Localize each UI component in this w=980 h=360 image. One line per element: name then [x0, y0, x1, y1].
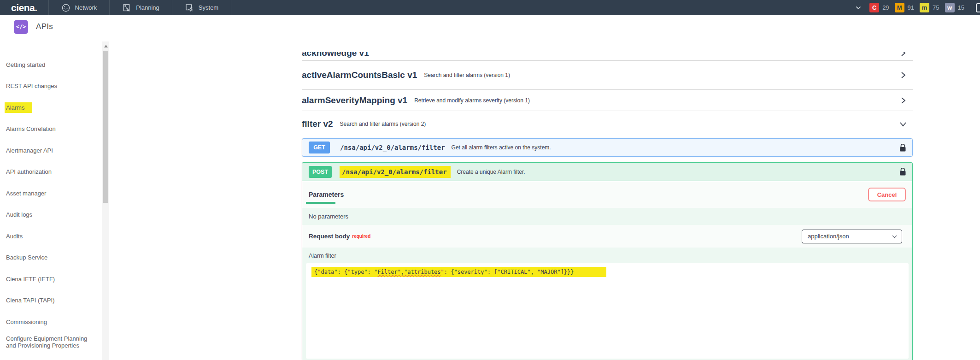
endpoint-post-header[interactable]: POST /nsa/api/v2_0/alarms/filter Create … [302, 163, 912, 181]
divider [231, 0, 231, 15]
json-text: {"data": {"type": " [314, 269, 377, 275]
nav-label: Network [75, 4, 97, 11]
section-description: Retrieve and modify alarms severity (ver… [414, 97, 530, 104]
sidebar-item-label: Ciena TAPI (TAPI) [6, 297, 54, 304]
topbar-right-cluster: C 29 M 91 m 75 w 15 [855, 0, 980, 15]
sidebar-item-label: Getting started [6, 61, 45, 68]
sidebar-item-ciena-ietf[interactable]: Ciena IETF (IETF) [0, 268, 109, 290]
sidebar-item-rest-api-changes[interactable]: REST API changes [0, 76, 109, 97]
major-alarms-badge[interactable]: M [895, 3, 904, 12]
section-title: alarmSeverityMapping v1 [302, 95, 407, 106]
system-gear-icon [185, 3, 194, 12]
request-body-json-highlighted: {"data": {"type": "Filter","attributes":… [311, 267, 606, 277]
chevron-right-icon [899, 96, 907, 105]
sidebar-item-audit-logs[interactable]: Audit logs [0, 204, 109, 226]
endpoint-get-alarms-filter[interactable]: GET /nsa/api/v2_0/alarms/filter Get all … [302, 138, 913, 157]
lock-icon[interactable] [900, 168, 906, 176]
sidebar-item-api-authorization[interactable]: API authorization [0, 161, 109, 183]
active-tab-indicator [306, 202, 335, 204]
sidebar-item-alarms[interactable]: Alarms [0, 97, 109, 118]
sidebar-item-label-highlighted: Alarms [5, 102, 32, 113]
sidebar-item-alertmanager-api[interactable]: Alertmanager API [0, 140, 109, 161]
section-description: Search and filter alarms (version 1) [424, 72, 510, 78]
method-badge-get: GET [309, 142, 330, 153]
sidebar-item-label: Ciena IETF (IETF) [6, 276, 55, 283]
endpoint-description: Get all alarm filters active on the syst… [452, 144, 551, 151]
endpoint-path: /nsa/api/v2_0/alarms/filter [340, 144, 445, 151]
main-body: Getting started REST API changes Alarms … [0, 38, 980, 360]
lock-icon[interactable] [900, 144, 906, 152]
chevron-down-icon [892, 233, 897, 238]
document-icon[interactable] [976, 3, 980, 12]
content-type-select[interactable]: application/json [802, 230, 902, 243]
section-active-alarm-counts-basic[interactable]: activeAlarmCountsBasic v1 Search and fil… [302, 60, 913, 90]
sidebar-item-label: API authorization [6, 168, 52, 175]
section-acknowledge-clipped[interactable]: acknowledge v1 [302, 52, 913, 60]
nav-label: Planning [136, 4, 159, 11]
sidebar-list: Getting started REST API changes Alarms … [0, 38, 109, 354]
section-filter-v2[interactable]: filter v2 Search and filter alarms (vers… [302, 111, 913, 136]
body-schema-title: Alarm filter [306, 251, 909, 263]
top-navigation-bar: ciena. Network Plann [0, 0, 980, 15]
section-title: activeAlarmCountsBasic v1 [302, 70, 417, 80]
request-body-editor[interactable]: {"data": {"type": "Filter","attributes":… [306, 263, 909, 359]
sidebar-item-getting-started[interactable]: Getting started [0, 54, 109, 76]
minor-alarms-badge[interactable]: m [920, 3, 929, 12]
sidebar-item-commissioning[interactable]: Commissioning [0, 311, 109, 333]
nav-planning[interactable]: Planning [110, 0, 172, 15]
chevron-down-icon[interactable] [855, 4, 862, 12]
endpoint-post-alarms-filter-panel: POST /nsa/api/v2_0/alarms/filter Create … [302, 162, 913, 360]
json-text-misspelled: Filter","attributes [377, 269, 440, 275]
sidebar-item-label: Asset manager [6, 190, 46, 197]
sidebar: Getting started REST API changes Alarms … [0, 38, 109, 360]
section-description: Search and filter alarms (version 2) [340, 121, 426, 127]
sidebar-item-alarms-correlation[interactable]: Alarms Correlation [0, 118, 109, 140]
required-flag: required [352, 234, 370, 239]
no-parameters-text: No parameters [302, 208, 912, 225]
planning-icon [122, 3, 131, 12]
nav-network[interactable]: Network [49, 0, 110, 15]
sidebar-scrollbar[interactable] [102, 41, 109, 360]
warning-alarms-badge[interactable]: w [945, 3, 955, 12]
no-parameters-label: No parameters [309, 213, 348, 220]
apis-page: ciena. Network Plann [0, 0, 980, 360]
content-type-value: application/json [808, 233, 849, 240]
nav-system[interactable]: System [172, 0, 231, 15]
sidebar-item-ciena-tapi[interactable]: Ciena TAPI (TAPI) [0, 290, 109, 312]
cancel-button[interactable]: Cancel [868, 188, 906, 201]
warning-alarms-count: 15 [958, 4, 964, 11]
divider [971, 0, 971, 15]
minor-alarms-count: 75 [933, 4, 939, 11]
critical-alarms-badge[interactable]: C [869, 3, 879, 12]
sidebar-item-label: Commissioning [6, 319, 47, 325]
section-title: acknowledge v1 [302, 52, 369, 58]
section-title: filter v2 [302, 119, 333, 129]
chevron-right-icon [899, 52, 907, 57]
code-icon: </> [14, 20, 28, 34]
network-globe-icon [61, 3, 70, 12]
sidebar-item-label: Backup Service [6, 254, 47, 261]
scroll-up-arrow-icon[interactable] [104, 45, 108, 47]
parameters-tab-bar: Parameters Cancel [302, 181, 912, 208]
section-alarm-severity-mapping[interactable]: alarmSeverityMapping v1 Retrieve and mod… [302, 90, 913, 111]
sidebar-item-label: Audits [6, 233, 23, 240]
page-header: </> APIs [0, 15, 980, 38]
sidebar-item-label: Audit logs [6, 211, 32, 218]
request-body-header: Request body required application/json [302, 225, 912, 248]
chevron-right-icon [899, 71, 907, 79]
sidebar-item-backup-service[interactable]: Backup Service [0, 247, 109, 269]
tab-parameters[interactable]: Parameters [309, 191, 344, 198]
method-badge-post: POST [309, 166, 332, 178]
ciena-logo[interactable]: ciena. [11, 2, 37, 13]
scrollbar-thumb[interactable] [103, 51, 108, 203]
sidebar-item-audits[interactable]: Audits [0, 225, 109, 247]
sidebar-item-label: Alarms Correlation [6, 125, 56, 132]
sidebar-item-asset-manager[interactable]: Asset manager [0, 183, 109, 204]
endpoint-path-highlighted: /nsa/api/v2_0/alarms/filter [340, 166, 451, 178]
page-title: APIs [36, 22, 53, 31]
major-alarms-count: 91 [908, 4, 914, 11]
json-text: ": {"severity": ["CRITICAL", "MAJOR"]}}} [441, 269, 574, 275]
request-body-section: Alarm filter {"data": {"type": "Filter",… [302, 248, 912, 359]
sidebar-item-configure-equipment-planning[interactable]: Configure Equipment Planning and Provisi… [0, 333, 109, 354]
critical-alarms-count: 29 [882, 4, 889, 11]
